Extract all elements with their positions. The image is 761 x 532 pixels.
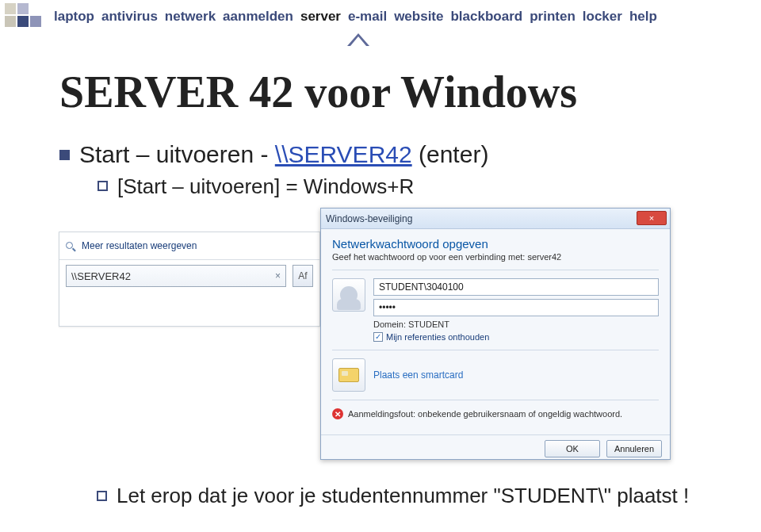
credentials-dialog: Windows-beveiliging × Netwerkwachtwoord … [320,208,671,460]
nav-item-blackboard[interactable]: blackboard [450,9,522,25]
user-avatar-icon [332,278,365,312]
bottom-bullet-text: Let erop dat je voor je studentennummer … [117,484,689,508]
more-results-label: Meer resultaten weergeven [82,240,197,251]
up-triangle-icon [347,33,369,46]
nav-item-netwerk[interactable]: netwerk [165,9,216,25]
bullet-2: [Start – uitvoeren] = Windows+R [98,174,737,199]
ok-button[interactable]: OK [545,440,600,457]
search-action-button[interactable]: Af [293,265,313,287]
bottom-bullet: Let erop dat je voor je studentennummer … [97,484,689,508]
error-row: ✕ Aanmeldingsfout: onbekende gebruikersn… [332,408,659,420]
domain-label: Domein: STUDENT [373,320,659,329]
close-button[interactable]: × [637,211,667,225]
remember-credentials-checkbox[interactable]: ✓ Mijn referenties onthouden [373,332,659,342]
dialog-heading: Netwerkwachtwoord opgeven [332,237,659,251]
bullet-list: Start – uitvoeren - \\SERVER42 (enter) [… [59,141,737,199]
close-icon: × [649,213,654,223]
nav-item-laptop[interactable]: laptop [54,9,94,25]
nav-item-server[interactable]: server [300,9,341,25]
nav-item-aanmelden[interactable]: aanmelden [223,9,293,25]
dialog-button-row: OK Annuleren [321,434,670,464]
search-input-value: \\SERVER42 [71,270,131,282]
more-results-link[interactable]: Meer resultaten weergeven [59,237,319,256]
username-value: STUDENT\3040100 [379,281,464,293]
error-text: Aanmeldingsfout: onbekende gebruikersnaa… [348,408,622,420]
nav-item-printen[interactable]: printen [530,9,576,25]
cancel-button[interactable]: Annuleren [606,440,662,457]
nav-item-e-mail[interactable]: e-mail [348,9,387,25]
square-bullet-icon [59,150,70,160]
checkbox-icon: ✓ [373,332,383,342]
credentials-fields-row: STUDENT\3040100 ••••• Domein: STUDENT ✓ … [332,278,659,342]
search-input[interactable]: \\SERVER42 × [66,265,286,287]
server42-link[interactable]: \\SERVER42 [275,141,412,167]
nav-item-locker[interactable]: locker [583,9,622,25]
dialog-title-text: Windows-beveiliging [326,213,412,224]
nav-item-help[interactable]: help [629,9,657,25]
start-menu-search-snippet: Meer resultaten weergeven \\SERVER42 × A… [59,232,320,327]
nav-item-antivirus[interactable]: antivirus [101,9,158,25]
bullet-2-text: [Start – uitvoeren] = Windows+R [117,174,414,199]
password-value: ••••• [379,302,396,313]
smartcard-icon [332,358,365,392]
bullet-1: Start – uitvoeren - \\SERVER42 (enter) [59,141,737,168]
outline-square-bullet-icon [97,491,107,501]
nav-item-website[interactable]: website [394,9,443,25]
bullet-1-text-pre: Start – uitvoeren - [79,141,275,167]
dialog-subheading: Geef het wachtwoord op voor een verbindi… [332,252,659,262]
clear-search-icon[interactable]: × [275,270,281,281]
remember-label: Mijn referenties onthouden [386,332,489,342]
dialog-titlebar: Windows-beveiliging × [321,209,670,229]
top-nav: laptopantivirusnetwerkaanmeldenservere-m… [54,5,753,29]
magnifier-icon [66,242,76,252]
password-input[interactable]: ••••• [373,299,659,316]
bullet-1-text-post: (enter) [412,141,489,167]
error-icon: ✕ [332,408,343,419]
smartcard-label: Plaats een smartcard [373,369,463,381]
smartcard-row[interactable]: Plaats een smartcard [332,358,659,392]
outline-square-bullet-icon [98,181,108,191]
slide-title: SERVER 42 voor Windows [59,67,577,117]
username-input[interactable]: STUDENT\3040100 [373,278,659,296]
logo-squares [5,3,41,27]
